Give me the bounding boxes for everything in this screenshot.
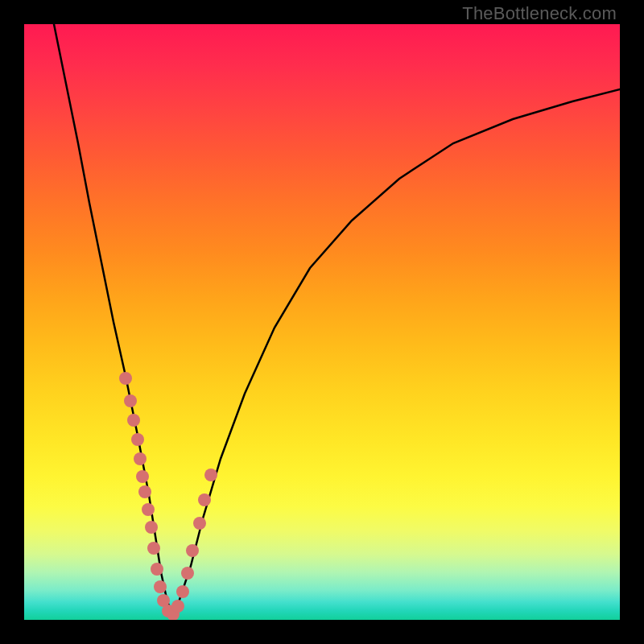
marker-dot bbox=[198, 493, 211, 506]
marker-dot bbox=[171, 600, 184, 613]
bottleneck-curve-line bbox=[54, 24, 620, 614]
chart-frame: TheBottleneck.com bbox=[0, 0, 644, 644]
marker-dot bbox=[127, 414, 140, 427]
marker-dot bbox=[193, 517, 206, 530]
marker-dot bbox=[131, 433, 144, 446]
marker-dot bbox=[181, 567, 194, 580]
marker-dot bbox=[204, 469, 217, 481]
marker-dot bbox=[136, 470, 149, 483]
marker-dot bbox=[186, 544, 199, 557]
watermark-text: TheBottleneck.com bbox=[462, 3, 617, 24]
marker-dot bbox=[142, 503, 155, 516]
marker-dot bbox=[145, 521, 158, 534]
marker-dot bbox=[124, 394, 137, 407]
marker-dot bbox=[151, 563, 163, 576]
plot-area bbox=[24, 24, 620, 620]
chart-svg bbox=[24, 24, 620, 620]
marker-dot bbox=[119, 372, 132, 385]
marker-dot bbox=[147, 542, 160, 555]
sample-markers-group bbox=[119, 372, 217, 620]
marker-dot bbox=[138, 485, 151, 498]
marker-dot bbox=[176, 585, 189, 598]
marker-dot bbox=[134, 452, 147, 465]
marker-dot bbox=[154, 580, 167, 593]
